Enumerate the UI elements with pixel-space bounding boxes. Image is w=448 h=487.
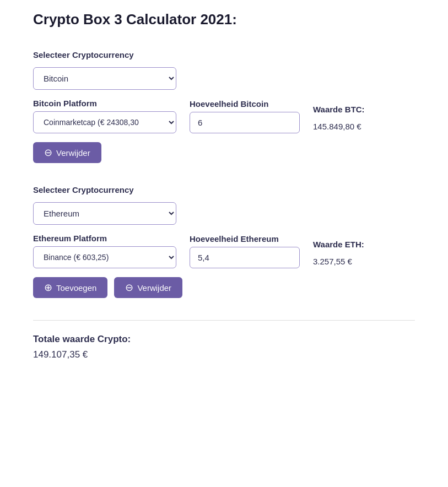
crypto-select-group-2: Selecteer Cryptocurrency Bitcoin Ethereu… (33, 185, 415, 225)
crypto-dropdown-2[interactable]: Bitcoin Ethereum Litecoin Ripple (33, 202, 176, 225)
total-value: 149.107,35 € (33, 349, 415, 360)
remove-button-2[interactable]: ⊖ Verwijder (114, 277, 182, 298)
quantity-group-2: Hoeveelheid Ethereum (190, 234, 300, 268)
minus-icon-1: ⊖ (44, 148, 52, 158)
remove-label-2: Verwijder (137, 283, 171, 293)
total-section: Totale waarde Crypto: 149.107,35 € (33, 334, 415, 360)
buttons-row-1: ⊖ Verwijder (33, 142, 415, 163)
fields-row-2: Ethereum Platform Binance (€ 603,25) Coi… (33, 234, 415, 268)
value-amount-1: 145.849,80 € (313, 116, 365, 133)
quantity-input-1[interactable] (190, 112, 300, 133)
platform-group-1: Bitcoin Platform Coinmarketcap (€ 24308,… (33, 99, 176, 133)
platform-group-2: Ethereum Platform Binance (€ 603,25) Coi… (33, 234, 176, 268)
fields-row-1: Bitcoin Platform Coinmarketcap (€ 24308,… (33, 99, 415, 133)
value-label-1: Waarde BTC: (313, 105, 365, 114)
crypto-dropdown-1[interactable]: Bitcoin Ethereum Litecoin Ripple (33, 67, 176, 90)
platform-dropdown-1[interactable]: Coinmarketcap (€ 24308,30 Binance (€ 242… (33, 111, 176, 133)
buttons-row-2: ⊕ Toevoegen ⊖ Verwijder (33, 277, 415, 298)
platform-label-1: Bitcoin Platform (33, 99, 176, 108)
page-title: Crypto Box 3 Calculator 2021: (33, 11, 415, 28)
platform-dropdown-2[interactable]: Binance (€ 603,25) Coinmarketcap (€ 610,… (33, 246, 176, 268)
add-button-2[interactable]: ⊕ Toevoegen (33, 277, 107, 298)
crypto-select-label-2: Selecteer Cryptocurrency (33, 185, 415, 194)
value-amount-2: 3.257,55 € (313, 251, 364, 268)
section-divider (33, 320, 415, 321)
platform-label-2: Ethereum Platform (33, 234, 176, 243)
value-label-2: Waarde ETH: (313, 240, 364, 249)
plus-icon-2: ⊕ (44, 283, 52, 293)
remove-button-1[interactable]: ⊖ Verwijder (33, 142, 101, 163)
minus-icon-2: ⊖ (125, 283, 133, 293)
total-label: Totale waarde Crypto: (33, 334, 415, 345)
quantity-label-2: Hoeveelheid Ethereum (190, 234, 300, 244)
quantity-input-2[interactable] (190, 247, 300, 268)
value-group-2: Waarde ETH: 3.257,55 € (313, 240, 364, 268)
add-label-2: Toevoegen (56, 283, 96, 293)
remove-label-1: Verwijder (56, 148, 90, 158)
crypto-select-group-1: Selecteer Cryptocurrency Bitcoin Ethereu… (33, 50, 415, 90)
crypto-section-bitcoin: Selecteer Cryptocurrency Bitcoin Ethereu… (33, 50, 415, 174)
crypto-section-ethereum: Selecteer Cryptocurrency Bitcoin Ethereu… (33, 185, 415, 309)
quantity-label-1: Hoeveelheid Bitcoin (190, 99, 300, 109)
quantity-group-1: Hoeveelheid Bitcoin (190, 99, 300, 133)
crypto-select-label-1: Selecteer Cryptocurrency (33, 50, 415, 59)
value-group-1: Waarde BTC: 145.849,80 € (313, 105, 365, 133)
